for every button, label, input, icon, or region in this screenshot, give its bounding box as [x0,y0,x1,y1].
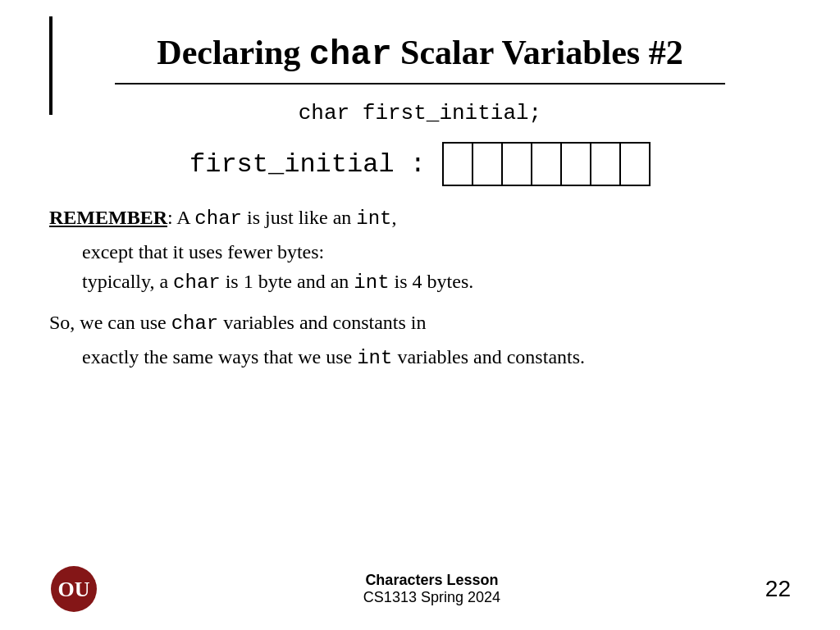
remember-line: REMEMBER: A char is just like an int, [49,203,791,234]
memory-cell-3 [503,144,532,185]
content-char2: char [173,272,221,294]
memory-cell-7 [621,144,651,185]
content-char1: char [194,208,242,230]
content-section: REMEMBER: A char is just like an int, ex… [0,186,840,373]
page-number: 22 [765,576,791,602]
accent-bar [49,16,52,115]
title: Declaring char Scalar Variables #2 [66,33,774,75]
declaration-line: char first_initial; [0,101,840,126]
content-int3: int [357,347,392,369]
content-int1: int [356,208,391,230]
course-label: CS1313 Spring 2024 [363,589,500,606]
diagram-row: first_initial : [0,142,840,186]
memory-cell-5 [562,144,591,185]
declaration-code: char first_initial; [299,101,541,126]
diagram-label: first_initial : [189,149,426,180]
footer-center: Characters Lesson CS1313 Spring 2024 [363,572,500,606]
content-int2: int [354,272,389,294]
memory-boxes [442,142,651,186]
ou-logo: OU [49,564,98,614]
title-mono: char [309,35,392,75]
svg-text:OU: OU [58,578,90,601]
content-line1-end: , [392,207,397,228]
content-line3: typically, a char is 1 byte and an int i… [49,267,791,298]
remember-label: REMEMBER [49,207,167,228]
slide: Declaring char Scalar Variables #2 char … [0,0,840,630]
title-text-part1: Declaring [157,34,308,71]
content-line4: So, we can use char variables and consta… [49,308,791,339]
content-line1-pre: : A [167,207,194,228]
memory-cell-1 [444,144,473,185]
memory-cell-2 [473,144,503,185]
title-text-part2: Scalar Variables #2 [392,34,683,71]
content-line5: exactly the same ways that we use int va… [49,342,791,373]
footer: OU Characters Lesson CS1313 Spring 2024 … [0,564,840,614]
memory-cell-4 [532,144,562,185]
content-char3: char [171,313,219,335]
header: Declaring char Scalar Variables #2 [0,0,840,84]
header-divider [115,83,725,84]
lesson-title: Characters Lesson [363,572,500,589]
code-section: char first_initial; [0,101,840,126]
content-line2: except that it uses fewer bytes: [49,237,791,267]
content-line1-mid: is just like an [242,207,356,228]
memory-cell-6 [591,144,621,185]
